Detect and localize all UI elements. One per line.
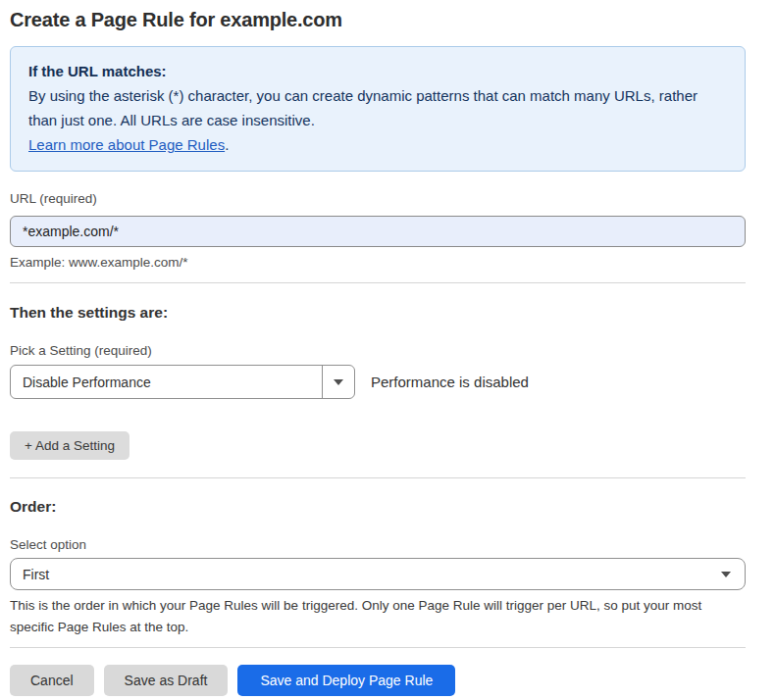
learn-more-link[interactable]: Learn more about Page Rules [28, 136, 225, 153]
setting-select[interactable]: Disable Performance [10, 365, 355, 399]
url-input[interactable] [10, 216, 746, 247]
order-section-heading: Order: [10, 498, 746, 516]
save-as-draft-button[interactable]: Save as Draft [104, 665, 229, 696]
info-box-body: By using the asterisk (*) character, you… [28, 83, 727, 132]
order-select-label: Select option [10, 537, 746, 552]
setting-select-value: Disable Performance [11, 375, 322, 390]
url-match-info-box: If the URL matches: By using the asteris… [10, 46, 746, 172]
link-suffix: . [225, 136, 229, 153]
info-box-link-line: Learn more about Page Rules. [28, 132, 727, 157]
chevron-down-icon [334, 379, 343, 385]
url-example-text: Example: www.example.com/* [10, 255, 746, 270]
url-field-label: URL (required) [10, 191, 746, 206]
page-rule-form: Create a Page Rule for example.com If th… [10, 9, 746, 696]
divider [10, 282, 746, 283]
footer-actions: Cancel Save as Draft Save and Deploy Pag… [10, 665, 746, 696]
order-select[interactable]: First [10, 558, 746, 590]
setting-select-arrow-button[interactable] [322, 366, 354, 398]
cancel-button[interactable]: Cancel [10, 665, 94, 696]
save-and-deploy-button[interactable]: Save and Deploy Page Rule [237, 665, 455, 696]
divider [10, 477, 746, 478]
info-box-heading: If the URL matches: [28, 59, 727, 83]
setting-status-text: Performance is disabled [371, 374, 529, 390]
order-select-value: First [11, 567, 721, 582]
pick-setting-label: Pick a Setting (required) [10, 343, 746, 358]
add-setting-button[interactable]: + Add a Setting [10, 431, 129, 460]
page-title: Create a Page Rule for example.com [10, 9, 746, 31]
setting-row: Disable Performance Performance is disab… [10, 365, 746, 399]
chevron-down-icon [721, 572, 745, 577]
divider [10, 647, 746, 648]
order-help-text: This is the order in which your Page Rul… [10, 595, 746, 638]
settings-section-heading: Then the settings are: [10, 304, 746, 322]
